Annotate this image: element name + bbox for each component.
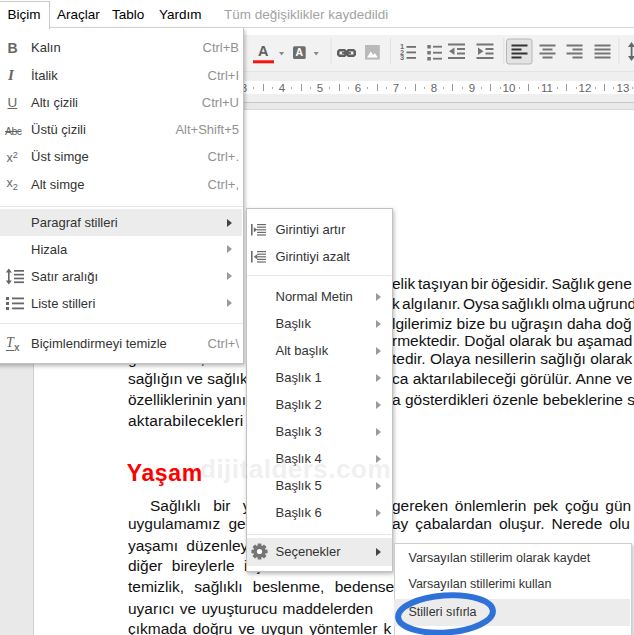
svg-text:A: A [296, 46, 304, 58]
svg-text:A: A [258, 43, 269, 59]
svg-text:3: 3 [400, 53, 404, 62]
